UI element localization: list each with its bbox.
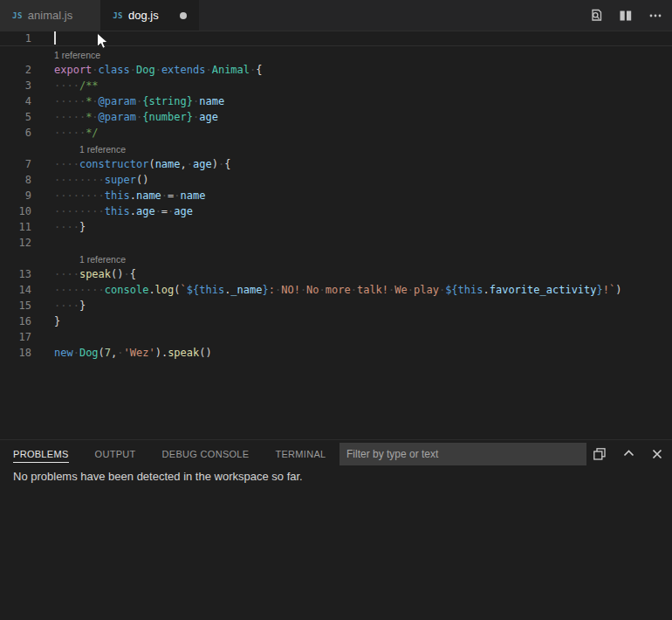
editor-row: 16} <box>0 313 672 329</box>
editor-row: 7····constructor(name,·age)·{ <box>0 156 672 172</box>
code-line[interactable] <box>31 235 54 251</box>
tab-animal.js[interactable]: JSanimal.js <box>0 0 100 31</box>
line-number[interactable]: 9 <box>0 188 31 203</box>
text-cursor <box>54 31 56 45</box>
code-line[interactable]: ········this.name·=·name <box>31 188 205 203</box>
line-number[interactable]: 3 <box>0 78 31 93</box>
editor-row: 17 <box>0 329 672 345</box>
codelens-row: 1 reference <box>0 141 672 156</box>
line-number[interactable]: 17 <box>0 329 31 345</box>
code-line[interactable]: ····speak()·{ <box>31 266 136 282</box>
line-number[interactable]: 18 <box>0 345 31 361</box>
editor-row: 1 <box>0 31 672 46</box>
codelens-row: 1 reference <box>0 46 672 62</box>
line-number[interactable]: 5 <box>0 109 31 125</box>
panel-actions <box>592 440 665 467</box>
editor-row: 11····} <box>0 219 672 235</box>
code-line[interactable]: new·Dog(7,·'Wez').speak() <box>31 345 212 361</box>
code-line[interactable]: ····} <box>31 219 86 235</box>
code-line[interactable]: ········console.log(`${this._name}:·NO!·… <box>31 282 621 298</box>
js-file-icon: JS <box>113 11 123 20</box>
line-number[interactable]: 6 <box>0 125 31 141</box>
code-line[interactable]: ········super() <box>31 172 148 188</box>
line-number[interactable]: 1 <box>0 31 31 46</box>
line-number[interactable]: 16 <box>0 313 31 329</box>
code-line[interactable]: } <box>31 313 60 329</box>
editor-row: 10········this.age·=·age <box>0 203 672 219</box>
editor-rows: 11 reference2export·class·Dog·extends·An… <box>0 31 672 439</box>
editor-row: 18new·Dog(7,·'Wez').speak() <box>0 345 672 361</box>
code-line[interactable]: ·····*·@param·{string}·name <box>31 93 224 109</box>
line-number[interactable]: 4 <box>0 93 31 109</box>
code-line[interactable]: ·····*/ <box>31 125 99 141</box>
line-number[interactable]: 2 <box>0 62 31 78</box>
line-number[interactable]: 14 <box>0 282 31 298</box>
codelens-reference[interactable]: 1 reference <box>31 46 100 62</box>
panel-tab-output[interactable]: OUTPUT <box>95 445 136 462</box>
line-number[interactable]: 11 <box>0 219 31 235</box>
line-number[interactable]: 7 <box>0 156 31 172</box>
js-file-icon: JS <box>12 11 23 20</box>
close-panel-icon[interactable] <box>649 446 665 462</box>
line-number[interactable]: 10 <box>0 203 31 219</box>
collapse-all-icon[interactable] <box>592 446 607 462</box>
editor-row: 12 <box>0 235 672 251</box>
code-line[interactable]: ····/** <box>31 78 99 93</box>
panel-tab-terminal[interactable]: TERMINAL <box>275 445 326 462</box>
panel-tab-problems[interactable]: PROBLEMS <box>13 445 69 463</box>
vscode-window: JSanimal.jsJSdog.js 11 reference2export·… <box>0 0 672 620</box>
more-actions-icon[interactable] <box>648 8 663 24</box>
code-line[interactable]: ········this.age·=·age <box>31 203 193 219</box>
problems-filter-input[interactable] <box>339 443 586 465</box>
panel-tab-debug-console[interactable]: DEBUG CONSOLE <box>162 445 250 462</box>
codelens-row: 1 reference <box>0 251 672 266</box>
tab-strip: JSanimal.jsJSdog.js <box>0 0 672 31</box>
line-number[interactable]: 12 <box>0 235 31 251</box>
editor-row: 15····} <box>0 298 672 313</box>
tab-label: dog.js <box>128 9 159 22</box>
editor-row: 5·····*·@param·{number}·age <box>0 109 672 125</box>
line-number[interactable] <box>0 251 31 266</box>
search-file-icon[interactable] <box>588 8 604 24</box>
code-line[interactable] <box>31 329 54 345</box>
editor-row: 3····/** <box>0 78 672 93</box>
code-line[interactable]: export·class·Dog·extends·Animal·{ <box>31 62 263 78</box>
maximize-panel-icon[interactable] <box>621 446 636 462</box>
split-editor-icon[interactable] <box>618 8 634 24</box>
editor-row: 2export·class·Dog·extends·Animal·{ <box>0 62 672 78</box>
codelens-reference[interactable]: 1 reference <box>31 251 126 266</box>
editor-row: 9········this.name·=·name <box>0 188 672 203</box>
line-number[interactable]: 13 <box>0 266 31 282</box>
line-number[interactable]: 8 <box>0 172 31 188</box>
line-number[interactable] <box>0 141 31 156</box>
problems-message: No problems have been detected in the wo… <box>13 470 303 483</box>
panel-tabs: PROBLEMSOUTPUTDEBUG CONSOLETERMINAL <box>13 440 326 467</box>
modified-dot-icon[interactable] <box>180 12 187 19</box>
bottom-panel: PROBLEMSOUTPUTDEBUG CONSOLETERMINAL No p… <box>0 439 672 620</box>
editor-row: 14········console.log(`${this._name}:·NO… <box>0 282 672 298</box>
codelens-reference[interactable]: 1 reference <box>31 141 126 156</box>
editor-row: 6·····*/ <box>0 125 672 141</box>
editor-row: 13····speak()·{ <box>0 266 672 282</box>
tab-label: animal.js <box>28 9 72 22</box>
editor-row: 8········super() <box>0 172 672 188</box>
code-line[interactable]: ·····*·@param·{number}·age <box>31 109 218 125</box>
line-number[interactable] <box>0 46 31 62</box>
editor-actions <box>588 0 663 31</box>
code-line[interactable] <box>31 31 54 46</box>
line-number[interactable]: 15 <box>0 298 31 313</box>
code-line[interactable]: ····} <box>31 298 86 313</box>
editor-row: 4·····*·@param·{string}·name <box>0 93 672 109</box>
code-line[interactable]: ····constructor(name,·age)·{ <box>31 156 230 172</box>
tab-dog.js[interactable]: JSdog.js <box>100 0 199 31</box>
